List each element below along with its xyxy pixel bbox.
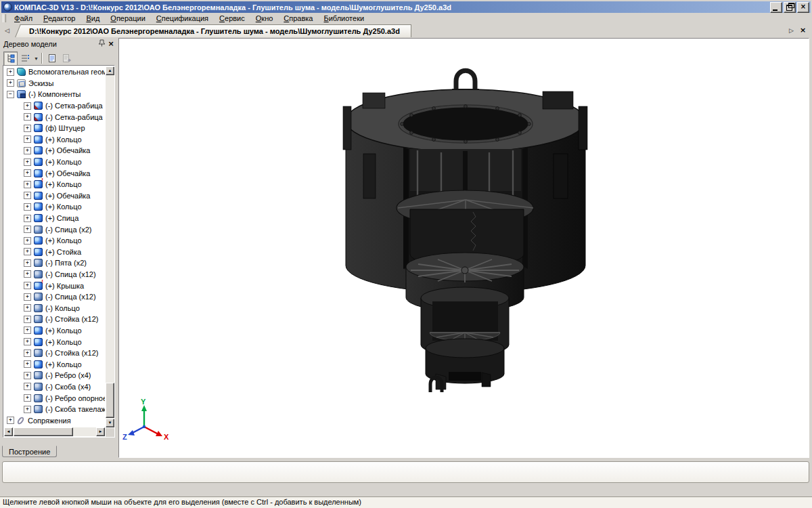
tree-item[interactable]: +(-) Кольцо [4,302,105,314]
tree-item[interactable]: +(ф) Штуцер [4,123,105,134]
tree-item[interactable]: +(+) Обечайка [4,190,105,202]
tree-item[interactable]: +(-) Стойка (x12) [4,314,105,325]
expand-icon[interactable]: + [24,102,31,110]
tree-item[interactable]: +(+) Обечайка [4,145,105,156]
tab-scroll-left-icon[interactable] [3,26,12,35]
menu-item-5[interactable]: Спецификация [151,14,214,24]
expand-icon[interactable]: + [24,270,31,278]
document-close-icon[interactable] [798,26,807,35]
expand-icon[interactable]: + [7,79,14,87]
tree-item[interactable]: +(+) Кольцо [4,358,105,370]
tree-item[interactable]: +(-) Стойка (x12) [4,347,105,359]
tree-item[interactable]: +(+) Кольцо [4,156,105,168]
tree-item[interactable]: +(+) Кольцо [4,235,105,247]
pin-icon[interactable] [97,39,106,48]
tab-postroenie[interactable]: Построение [2,446,57,457]
tree-item[interactable]: +(-) Скоба (x4) [4,381,105,393]
menu-item-6[interactable]: Сервис [214,14,250,24]
menu-item-3[interactable]: Вид [81,14,105,24]
minimize-button[interactable] [770,2,782,13]
menu-item-2[interactable]: Редактор [38,14,81,24]
expand-icon[interactable]: + [24,181,31,188]
tree-item[interactable]: +(+) Стойка [4,247,105,258]
menu-item-1[interactable]: Файл [9,14,38,24]
tree-item[interactable]: +Эскизы [4,78,105,89]
expand-icon[interactable]: + [24,338,31,345]
model-viewport[interactable]: Y X Z [118,38,809,458]
tree-item[interactable]: +(-) Спица (x2) [4,224,105,235]
expand-icon[interactable]: + [24,215,31,222]
tree-item[interactable]: +(-) Скоба такелажн [4,404,105,415]
vscroll-thumb[interactable] [106,383,114,418]
tree-item[interactable]: +Вспомогательная геоме [4,66,105,78]
expand-icon[interactable]: + [24,192,31,199]
tree-item[interactable]: +(-) Спица (x12) [4,269,105,280]
tree-composition-button[interactable] [18,51,32,66]
expand-icon[interactable]: + [24,169,31,177]
expand-icon[interactable]: + [24,113,31,121]
expand-icon[interactable]: + [24,147,31,154]
report-export-button[interactable] [60,51,74,66]
toolbar-grip[interactable] [3,14,6,22]
panel-close-icon[interactable] [106,39,116,48]
expand-icon[interactable]: + [24,203,31,211]
tree-item[interactable]: +(-) Ребро (x4) [4,370,105,381]
menu-item-7[interactable]: Окно [250,14,279,24]
expand-icon[interactable]: + [24,135,31,143]
tree-item[interactable]: +(+) Кольцо [4,134,105,146]
tree-item[interactable]: +(+) Кольцо [4,201,105,213]
document-tab[interactable]: D:\!Конкурс 2012\ОАО Белэнергоремналадка… [20,24,411,37]
expand-icon[interactable]: + [24,360,31,368]
expand-icon[interactable]: + [24,406,31,413]
expand-icon[interactable]: + [24,158,31,166]
restore-button[interactable] [784,2,796,13]
tab-scroll-right-icon[interactable] [787,26,796,35]
tree-item[interactable]: +(+) Обечайка [4,167,105,179]
report-button[interactable] [45,51,59,66]
expand-icon[interactable]: + [24,248,31,255]
tree-item[interactable]: +(-) Пята (x2) [4,257,105,269]
tree-item[interactable]: +(-) Сетка-рабица 1 [4,100,105,112]
tree-item[interactable]: +(+) Кольцо [4,336,105,347]
tree-structure-button[interactable] [3,51,18,66]
tree-item[interactable]: +(+) Кольцо [4,325,105,337]
scroll-down-icon[interactable] [106,419,114,427]
expand-icon[interactable]: + [7,68,14,76]
expand-icon[interactable]: + [24,350,31,357]
composition-dropdown-icon[interactable] [33,51,39,66]
expand-icon[interactable]: + [24,237,31,245]
tree-item[interactable]: +(-) Сетка-рабица 2 [4,111,105,123]
menu-item-8[interactable]: Справка [278,14,318,24]
expand-icon[interactable]: + [24,259,31,267]
hscroll-thumb[interactable] [14,427,73,436]
expand-icon[interactable]: + [24,394,31,402]
scroll-up-icon[interactable] [106,66,114,75]
tree-item[interactable]: −(-) Компоненты [4,89,105,100]
close-button[interactable]: × [797,2,809,13]
tree-horizontal-scrollbar[interactable] [4,427,105,436]
tree-item[interactable]: +(+) Кольцо [4,179,105,190]
expand-icon[interactable]: + [24,316,31,323]
expand-icon[interactable]: + [24,383,31,390]
tree-item[interactable]: +(-) Ребро опорное (: [4,392,105,404]
expand-icon[interactable]: + [24,125,31,132]
expand-icon[interactable]: + [24,372,31,379]
collapse-icon[interactable]: − [7,91,14,98]
menu-item-4[interactable]: Операции [105,14,150,24]
tree-item[interactable]: +(+) Крышка [4,280,105,291]
tree-item-label: (+) Кольцо [45,203,82,211]
expand-icon[interactable]: + [24,293,31,301]
scroll-right-icon[interactable] [96,427,105,436]
expand-icon[interactable]: + [24,304,31,312]
tree-item[interactable]: +Сопряжения [4,415,105,426]
expand-icon[interactable]: + [24,326,31,334]
expand-icon[interactable]: + [24,226,31,233]
expand-icon[interactable]: + [7,417,14,424]
expand-icon[interactable]: + [24,282,31,289]
tree-item[interactable]: +(+) Спица [4,213,105,224]
menu-item-9[interactable]: Библиотеки [319,14,370,24]
tree-vertical-scrollbar[interactable] [106,66,114,427]
scroll-left-icon[interactable] [4,427,13,436]
tree-item[interactable]: +(-) Спица (x12) [4,291,105,303]
silencer-3d-model[interactable]: Y X Z [119,39,809,457]
